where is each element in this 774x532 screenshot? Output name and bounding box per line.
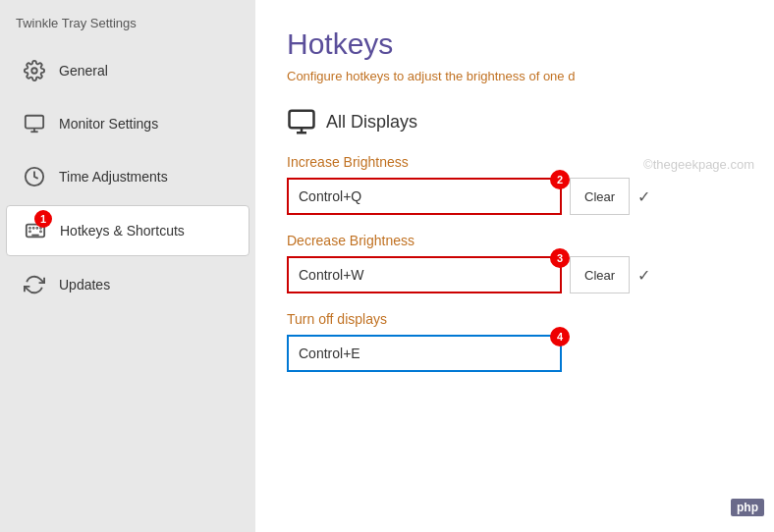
sidebar-item-hotkeys[interactable]: Hotkeys & Shortcuts 1 [6, 205, 249, 256]
svg-rect-1 [26, 116, 43, 129]
section-header: All Displays [287, 107, 743, 136]
decrease-brightness-section: Decrease Brightness 3 Clear ✓ [287, 233, 743, 293]
php-badge: php [731, 499, 764, 516]
sidebar-label-monitor: Monitor Settings [59, 116, 158, 132]
increase-brightness-section: Increase Brightness 2 Clear ✓ [287, 154, 743, 215]
sidebar: Twinkle Tray Settings General Monitor Se… [0, 0, 255, 532]
svg-rect-19 [290, 111, 314, 129]
refresh-icon [22, 272, 47, 297]
main-content: Hotkeys Configure hotkeys to adjust the … [255, 0, 774, 532]
hotkeys-badge: 1 [34, 210, 52, 228]
increase-brightness-input-wrapper: 2 [287, 178, 562, 215]
decrease-brightness-input-wrapper: 3 [287, 256, 562, 293]
sidebar-label-general: General [59, 63, 108, 79]
increase-brightness-badge: 2 [550, 170, 570, 189]
sidebar-item-general[interactable]: General [6, 46, 249, 95]
sidebar-item-time-adjustments[interactable]: Time Adjustments [6, 152, 249, 201]
svg-point-18 [40, 231, 41, 232]
increase-brightness-row: 2 Clear ✓ [287, 178, 743, 215]
decrease-brightness-badge: 3 [550, 248, 570, 268]
page-subtitle: Configure hotkeys to adjust the brightne… [287, 69, 743, 83]
increase-brightness-input[interactable] [287, 178, 562, 215]
svg-point-0 [31, 68, 37, 74]
svg-point-15 [36, 228, 37, 229]
increase-brightness-clear-button[interactable]: Clear [570, 178, 630, 215]
turn-off-displays-section: Turn off displays 4 [287, 311, 743, 372]
gear-icon [22, 58, 47, 83]
increase-brightness-check-icon: ✓ [637, 187, 650, 206]
increase-brightness-label: Increase Brightness [287, 154, 743, 170]
decrease-brightness-check-icon: ✓ [637, 266, 650, 285]
sidebar-label-time: Time Adjustments [59, 169, 168, 185]
sidebar-label-updates: Updates [59, 277, 110, 293]
all-displays-icon [287, 107, 316, 136]
sidebar-item-monitor-settings[interactable]: Monitor Settings [6, 99, 249, 148]
decrease-brightness-row: 3 Clear ✓ [287, 256, 743, 293]
app-title: Twinkle Tray Settings [0, 8, 255, 44]
decrease-brightness-label: Decrease Brightness [287, 233, 743, 248]
turn-off-displays-input-wrapper: 4 [287, 335, 562, 372]
svg-point-16 [40, 228, 41, 229]
decrease-brightness-input[interactable] [287, 256, 562, 293]
svg-point-14 [33, 228, 34, 229]
sidebar-item-updates[interactable]: Updates [6, 260, 249, 309]
svg-point-13 [29, 228, 30, 229]
monitor-icon [22, 111, 47, 136]
turn-off-displays-row: 4 [287, 335, 743, 372]
decrease-brightness-clear-button[interactable]: Clear [570, 256, 630, 293]
svg-point-17 [29, 231, 30, 232]
page-title: Hotkeys [287, 27, 743, 61]
section-title: All Displays [326, 112, 417, 133]
turn-off-displays-input[interactable] [287, 335, 562, 372]
turn-off-displays-label: Turn off displays [287, 311, 743, 327]
turn-off-displays-badge: 4 [550, 327, 570, 346]
clock-icon [22, 164, 47, 189]
sidebar-label-hotkeys: Hotkeys & Shortcuts [60, 223, 185, 239]
